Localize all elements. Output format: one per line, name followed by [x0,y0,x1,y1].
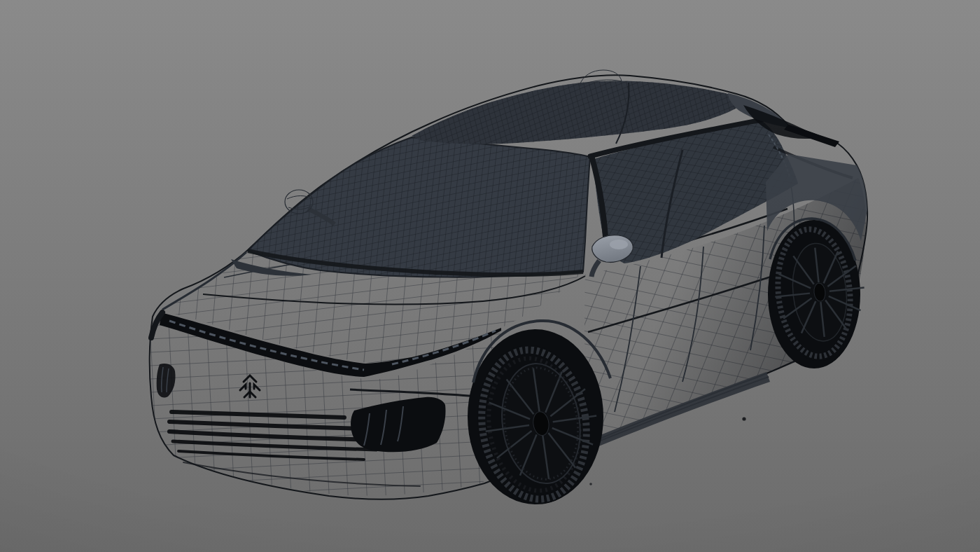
windshield-glass [248,137,590,277]
car-model[interactable] [150,70,872,511]
wireframe-car-render[interactable] [0,0,980,552]
3d-viewport[interactable] [0,0,980,552]
